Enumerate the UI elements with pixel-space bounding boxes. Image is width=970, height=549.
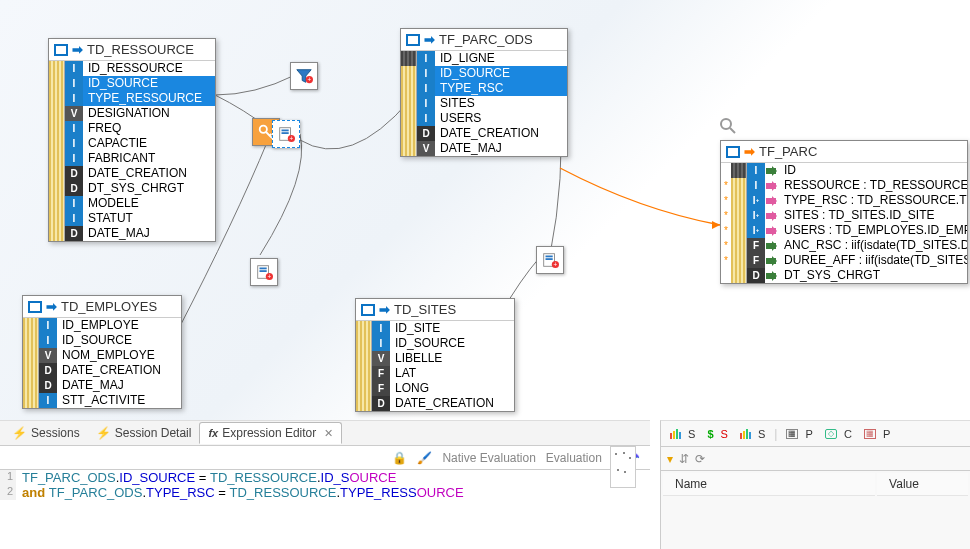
column-row[interactable]: DDATE_MAJ	[23, 378, 181, 393]
column-row[interactable]: DDATE_CREATION	[401, 126, 567, 141]
close-icon[interactable]: ✕	[324, 427, 333, 440]
entity-td-sites[interactable]: ➡ TD_SITES IID_SITE IID_SOURCE VLIBELLE …	[355, 298, 515, 412]
column-row[interactable]: FLAT	[356, 366, 514, 381]
line-number: 1	[0, 470, 16, 485]
column-row[interactable]: IID_SOURCE	[356, 336, 514, 351]
table-icon	[406, 34, 420, 46]
entity-tf-parc-ods[interactable]: ➡ TF_PARC_ODS IID_LIGNE IID_SOURCE ITYPE…	[400, 28, 568, 157]
column-row[interactable]: ITYPE_RESSOURCE	[49, 91, 215, 106]
entity-header[interactable]: ➡ TD_EMPLOYES	[23, 296, 181, 318]
column-row[interactable]: DDATE_MAJ	[49, 226, 215, 241]
svg-rect-23	[546, 258, 553, 260]
filter-node-icon[interactable]: +	[290, 62, 318, 90]
column-row[interactable]: DDATE_CREATION	[49, 166, 215, 181]
column-row[interactable]: IMODELE	[49, 196, 215, 211]
column-row[interactable]: IID_SOURCE	[49, 76, 215, 91]
lock-icon[interactable]: 🔒	[392, 451, 407, 465]
column-row[interactable]: IID_SOURCE	[401, 66, 567, 81]
line-number: 2	[0, 485, 16, 500]
sessions-stats-icon[interactable]: S	[667, 427, 698, 441]
entity-title: TF_PARC	[759, 144, 817, 159]
sessions-stats-icon[interactable]: S	[737, 427, 768, 441]
column-row[interactable]: ITYPE_RSC	[401, 81, 567, 96]
col-header-value[interactable]: Value	[877, 473, 968, 496]
column-row[interactable]: VDESIGNATION	[49, 106, 215, 121]
svg-rect-12	[282, 130, 289, 132]
column-row[interactable]: ISITES	[401, 96, 567, 111]
variables-icon[interactable]: $ S	[704, 427, 731, 441]
column-row[interactable]: IUSERS	[401, 111, 567, 126]
config-icon[interactable]: ◇ C	[822, 427, 855, 441]
arrow-out-icon: ➡	[744, 144, 755, 159]
column-row[interactable]: *FDUREE_AFF : iif(isdate(TD_SITES.DA	[721, 253, 967, 268]
tab-label: Session Detail	[115, 426, 192, 440]
table-icon	[726, 146, 740, 158]
entity-td-employes[interactable]: ➡ TD_EMPLOYES IID_EMPLOYE IID_SOURCE VNO…	[22, 295, 182, 409]
column-row[interactable]: VDATE_MAJ	[401, 141, 567, 156]
entity-header[interactable]: ➡ TD_RESSOURCE	[49, 39, 215, 61]
process-icon[interactable]: ▦ P	[861, 427, 893, 441]
column-row[interactable]: ISTATUT	[49, 211, 215, 226]
entity-rows: IID_LIGNE IID_SOURCE ITYPE_RSC ISITES IU…	[401, 51, 567, 156]
eval-label[interactable]: Evaluation	[546, 451, 602, 465]
name-value-table: Name Value	[661, 471, 970, 498]
process-icon[interactable]: ▦ P	[783, 427, 815, 441]
sort-icon[interactable]: ⇵	[679, 452, 689, 466]
magnifier-icon[interactable]	[720, 118, 736, 134]
column-row[interactable]: IID_EMPLOYE	[23, 318, 181, 333]
arrow-in-icon: ➡	[72, 42, 83, 57]
mapping-canvas[interactable]: ➡ TD_RESSOURCE IID_RESSOURCE IID_SOURCE …	[0, 0, 970, 420]
column-row[interactable]: ICAPACTIE	[49, 136, 215, 151]
col-header-name[interactable]: Name	[663, 473, 875, 496]
entity-rows: IID_SITE IID_SOURCE VLIBELLE FLAT FLONG …	[356, 321, 514, 411]
svg-rect-18	[260, 270, 267, 272]
entity-header[interactable]: ➡ TD_SITES	[356, 299, 514, 321]
right-panel: S $ S S | ▦ P ◇ C ▦ P ▾ ⇵ ⟳ Name Value	[660, 420, 970, 549]
tab-session-detail[interactable]: ⚡ Session Detail	[88, 423, 200, 443]
brush-icon[interactable]: 🖌️	[417, 451, 432, 465]
native-eval-label[interactable]: Native Evaluation	[442, 451, 535, 465]
entity-header[interactable]: ➡ TF_PARC	[721, 141, 967, 163]
arrow-in-icon: ➡	[379, 302, 390, 317]
column-row[interactable]: IID_SITE	[356, 321, 514, 336]
column-row[interactable]: IFREQ	[49, 121, 215, 136]
column-row[interactable]: DDATE_CREATION	[356, 396, 514, 411]
entity-title: TD_RESSOURCE	[87, 42, 194, 57]
svg-rect-13	[282, 132, 289, 134]
entity-tf-parc[interactable]: ➡ TF_PARC IID *IRESSOURCE : TD_RESSOURCE…	[720, 140, 968, 284]
column-row[interactable]: DDATE_CREATION	[23, 363, 181, 378]
column-row[interactable]: ISTT_ACTIVITE	[23, 393, 181, 408]
fx-icon: fx	[208, 427, 218, 439]
column-row[interactable]: IID_SOURCE	[23, 333, 181, 348]
tab-expression-editor[interactable]: fx Expression Editor ✕	[199, 422, 342, 444]
svg-text:+: +	[290, 135, 294, 142]
column-row[interactable]: *IRESSOURCE : TD_RESSOURCE.ID_R	[721, 178, 967, 193]
column-row[interactable]: IID_LIGNE	[401, 51, 567, 66]
column-row[interactable]: IID	[721, 163, 967, 178]
column-row[interactable]: *FANC_RSC : iif(isdate(TD_SITES.DAT	[721, 238, 967, 253]
arrow-in-icon: ➡	[46, 299, 57, 314]
column-row[interactable]: VNOM_EMPLOYE	[23, 348, 181, 363]
column-row[interactable]: *I+USERS : TD_EMPLOYES.ID_EMPLOY	[721, 223, 967, 238]
column-row[interactable]: IID_RESSOURCE	[49, 61, 215, 76]
right-icon-bar: S $ S S | ▦ P ◇ C ▦ P	[661, 421, 970, 447]
tab-sessions[interactable]: ⚡ Sessions	[4, 423, 88, 443]
column-row[interactable]: DDT_SYS_CHRGT	[49, 181, 215, 196]
entity-header[interactable]: ➡ TF_PARC_ODS	[401, 29, 567, 51]
column-row[interactable]: DDT_SYS_CHRGT	[721, 268, 967, 283]
arrow-in-icon: ➡	[424, 32, 435, 47]
minimap[interactable]	[610, 446, 636, 488]
column-row[interactable]: *I+SITES : TD_SITES.ID_SITE	[721, 208, 967, 223]
stage-node-icon[interactable]: +	[536, 246, 564, 274]
column-row[interactable]: *I+TYPE_RSC : TD_RESSOURCE.TYPE_	[721, 193, 967, 208]
column-row[interactable]: IFABRICANT	[49, 151, 215, 166]
refresh-icon[interactable]: ⟳	[695, 452, 705, 466]
stage-node-icon[interactable]: +	[272, 120, 300, 148]
stage-node-icon[interactable]: +	[250, 258, 278, 286]
column-row[interactable]: FLONG	[356, 381, 514, 396]
expression-editor-area[interactable]: 1 TF_PARC_ODS.ID_SOURCE = TD_RESSOURCE.I…	[0, 470, 650, 500]
column-row[interactable]: VLIBELLE	[356, 351, 514, 366]
filter-icon[interactable]: ▾	[667, 452, 673, 466]
entity-td-ressource[interactable]: ➡ TD_RESSOURCE IID_RESSOURCE IID_SOURCE …	[48, 38, 216, 242]
svg-text:+: +	[268, 273, 272, 280]
